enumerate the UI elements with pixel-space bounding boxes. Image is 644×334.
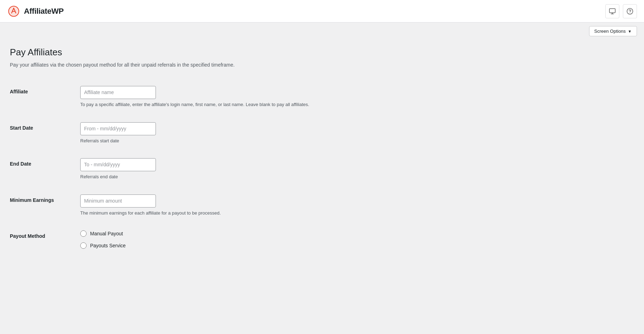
svg-point-4 [627, 8, 633, 14]
page-description: Pay your affiliates via the chosen payou… [10, 62, 412, 68]
page-title: Pay Affiliates [10, 47, 412, 58]
help-icon [626, 8, 633, 15]
payout-method-manual-radio[interactable] [80, 230, 87, 237]
screen-options-label: Screen Options [594, 29, 626, 34]
minimum-earnings-label: Minimum Earnings [10, 194, 80, 203]
payout-method-service-label: Payouts Service [90, 243, 126, 248]
affiliate-input[interactable] [80, 86, 156, 99]
end-date-field: Referrals end date [80, 158, 412, 180]
minimum-earnings-row: Minimum Earnings The minimum earnings fo… [10, 187, 412, 224]
payout-method-field: Manual Payout Payouts Service [80, 230, 412, 249]
affiliate-row: Affiliate To pay a specific affiliate, e… [10, 79, 412, 115]
end-date-label: End Date [10, 158, 80, 167]
payout-method-manual-label: Manual Payout [90, 231, 123, 236]
end-date-input[interactable] [80, 158, 156, 171]
start-date-input[interactable] [80, 122, 156, 135]
logo: AffiliateWP [7, 5, 64, 18]
monitor-button[interactable] [605, 4, 619, 18]
payout-method-service-radio[interactable] [80, 242, 87, 249]
monitor-icon [609, 8, 616, 15]
main-content: Pay Affiliates Pay your affiliates via t… [0, 40, 422, 270]
screen-options-bar: Screen Options ▼ [0, 23, 644, 40]
header: AffiliateWP [0, 0, 644, 23]
screen-options-button[interactable]: Screen Options ▼ [589, 26, 637, 36]
end-date-hint: Referrals end date [80, 173, 327, 180]
payout-method-row: Payout Method Manual Payout Payouts Serv… [10, 223, 412, 256]
logo-text: AffiliateWP [24, 7, 64, 16]
help-button[interactable] [623, 4, 637, 18]
minimum-earnings-field: The minimum earnings for each affiliate … [80, 194, 412, 217]
header-actions [605, 4, 637, 18]
chevron-down-icon: ▼ [628, 29, 632, 33]
start-date-hint: Referrals start date [80, 137, 327, 144]
affiliatewp-logo-icon [7, 5, 20, 18]
minimum-earnings-input[interactable] [80, 194, 156, 208]
affiliate-field: To pay a specific affiliate, enter the a… [80, 86, 412, 108]
affiliate-label: Affiliate [10, 86, 80, 94]
start-date-field: Referrals start date [80, 122, 412, 144]
end-date-row: End Date Referrals end date [10, 151, 412, 187]
affiliate-hint: To pay a specific affiliate, enter the a… [80, 101, 327, 108]
start-date-row: Start Date Referrals start date [10, 115, 412, 151]
payout-method-service-option[interactable]: Payouts Service [80, 242, 412, 249]
pay-affiliates-form: Affiliate To pay a specific affiliate, e… [10, 79, 412, 256]
payout-method-radio-group: Manual Payout Payouts Service [80, 230, 412, 249]
minimum-earnings-hint: The minimum earnings for each affiliate … [80, 210, 327, 217]
payout-method-label: Payout Method [10, 230, 80, 239]
start-date-label: Start Date [10, 122, 80, 131]
svg-rect-1 [610, 8, 615, 13]
payout-method-manual-option[interactable]: Manual Payout [80, 230, 412, 237]
